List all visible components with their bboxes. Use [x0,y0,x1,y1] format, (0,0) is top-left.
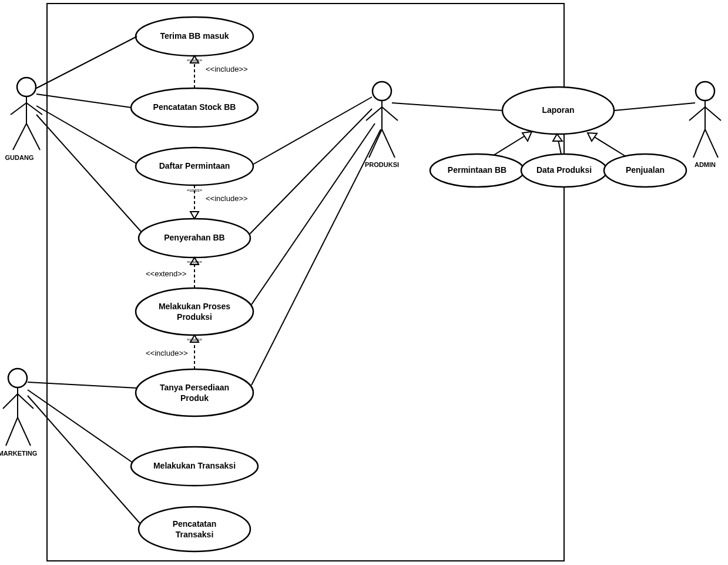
assoc-produksi-penyerahan [250,109,372,234]
actor-gudang: GUDANG [5,78,42,161]
svg-point-6 [373,82,391,101]
svg-text:Data Produksi: Data Produksi [536,165,592,175]
gen-penjualan-laporan [593,136,626,156]
svg-line-3 [26,103,42,115]
svg-text:Produk: Produk [180,393,209,403]
svg-text:Pencatatan Stock BB: Pencatatan Stock BB [153,102,236,112]
include-label: <<include>> [146,349,188,357]
svg-text:Melakukan Proses: Melakukan Proses [159,302,230,311]
svg-text:Terima BB masuk: Terima BB masuk [160,31,229,41]
svg-point-12 [8,369,27,387]
svg-line-14 [3,394,18,409]
assoc-marketing-pencatatan [28,396,140,523]
svg-line-4 [13,123,26,150]
usecase-tanya-persediaan-produk: Tanya Persediaan Produk [136,369,253,416]
svg-text:Pencatatan: Pencatatan [173,519,217,529]
actor-produksi: PRODUKSI [365,82,399,168]
actor-produksi-label: PRODUKSI [365,161,399,168]
svg-text:«uses»: «uses» [187,337,202,342]
actor-gudang-label: GUDANG [5,154,34,161]
usecase-pencatatan-stock-bb: Pencatatan Stock BB [131,88,258,127]
svg-point-0 [17,78,36,96]
usecase-pencatatan-transaksi: Pencatatan Transaksi [139,507,250,551]
svg-line-10 [369,129,382,158]
svg-line-21 [705,107,721,121]
usecase-laporan: Laporan [502,87,614,134]
usecase-diagram: GUDANG PRODUKSI MARKETING ADMIN Terima B… [0,0,728,565]
svg-line-5 [26,123,40,150]
svg-text:Produksi: Produksi [177,312,212,322]
assoc-gudang-terima [36,36,137,88]
svg-text:«uses»: «uses» [187,188,202,193]
assoc-produksi-tanya [251,129,381,385]
svg-text:«uses»: «uses» [187,259,202,265]
svg-line-11 [382,129,395,158]
svg-text:Laporan: Laporan [542,105,574,115]
usecase-daftar-permintaan: Daftar Permintaan [136,148,253,185]
gen-permintaan-laporan [494,135,526,155]
arrowhead-icon [190,212,199,219]
usecase-melakukan-transaksi: Melakukan Transaksi [131,447,258,486]
svg-line-9 [382,107,398,121]
assoc-marketing-tanya [28,382,137,388]
actor-admin: ADMIN [689,82,721,168]
svg-line-8 [366,107,382,121]
usecase-melakukan-proses-produksi: Melakukan Proses Produksi [136,288,253,335]
usecase-permintaan-bb: Permintaan BB [430,154,524,187]
usecase-data-produksi: Data Produksi [521,154,607,187]
include-label: <<include>> [206,65,248,73]
system-boundary [47,4,564,561]
svg-text:«uses»: «uses» [187,58,202,63]
svg-text:Tanya Persediaan: Tanya Persediaan [160,383,229,392]
triangle-icon [588,133,597,141]
assoc-produksi-laporan [392,103,503,111]
svg-text:Penjualan: Penjualan [626,165,665,175]
svg-line-17 [18,417,31,446]
extend-label: <<extend>> [146,269,186,278]
svg-line-16 [6,417,18,446]
gen-data-laporan [558,140,561,154]
actor-marketing-label: MARKETING [0,450,37,457]
svg-text:Daftar Permintaan: Daftar Permintaan [159,161,230,170]
svg-point-18 [696,82,714,101]
assoc-gudang-stock [36,94,132,108]
usecase-penjualan: Penjualan [604,154,686,187]
assoc-gudang-daftar [36,106,136,163]
actor-admin-label: ADMIN [695,161,716,168]
svg-line-2 [11,103,26,115]
svg-text:Transaksi: Transaksi [176,530,214,539]
assoc-admin-laporan [614,103,695,111]
svg-text:Melakukan Transaksi: Melakukan Transaksi [153,461,236,470]
svg-line-15 [18,394,33,409]
usecase-terima-bb-masuk: Terima BB masuk [136,17,253,56]
usecase-penyerahan-bb: Penyerahan BB [139,219,250,258]
assoc-gudang-penyerahan [36,115,142,232]
include-label: <<include>> [206,194,248,203]
triangle-icon [553,134,562,141]
svg-line-22 [693,129,705,158]
svg-text:Permintaan BB: Permintaan BB [448,165,506,175]
svg-line-23 [705,129,718,158]
assoc-marketing-transaksi [28,390,133,463]
svg-line-20 [689,107,705,121]
svg-text:Penyerahan BB: Penyerahan BB [164,233,224,242]
